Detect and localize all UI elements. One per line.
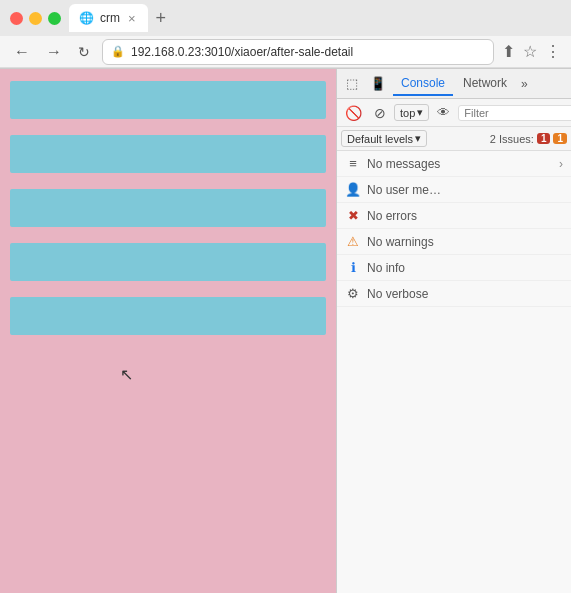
more-tabs-button[interactable]: »: [517, 73, 532, 95]
warning-icon: ⚠: [345, 234, 361, 249]
close-button[interactable]: [10, 12, 23, 25]
filter-input[interactable]: [458, 105, 571, 121]
blue-block-4: [10, 243, 326, 281]
inspect-element-button[interactable]: ⬚: [341, 73, 363, 94]
page-section-5: [0, 291, 336, 345]
error-icon: ✖: [345, 208, 361, 223]
new-tab-button[interactable]: +: [156, 8, 167, 29]
info-icon: ℹ: [345, 260, 361, 275]
log-levels-label: Default levels: [347, 133, 413, 145]
share-button[interactable]: ⬆: [502, 42, 515, 61]
tab-title: crm: [100, 11, 120, 25]
list-item[interactable]: ≡ No messages ›: [337, 151, 571, 177]
issues-label: 2 Issues:: [490, 133, 534, 145]
block-network-button[interactable]: ⊘: [370, 103, 390, 123]
page-section-4: [0, 237, 336, 291]
user-icon: 👤: [345, 182, 361, 197]
clear-console-button[interactable]: 🚫: [341, 103, 366, 123]
minimize-button[interactable]: [29, 12, 42, 25]
window-controls: [10, 12, 61, 25]
list-item[interactable]: ⚠ No warnings: [337, 229, 571, 255]
list-item[interactable]: ⚙ No verbose: [337, 281, 571, 307]
expand-messages-button[interactable]: ›: [559, 157, 563, 171]
blue-block-2: [10, 135, 326, 173]
no-info-text: No info: [367, 261, 563, 275]
page-section-3: [0, 183, 336, 237]
no-errors-text: No errors: [367, 209, 563, 223]
bookmark-button[interactable]: ☆: [523, 42, 537, 61]
tab-close-button[interactable]: ×: [126, 11, 138, 26]
address-bar[interactable]: 🔒 192.168.0.23:3010/xiaoer/after-sale-de…: [102, 39, 494, 65]
page-section-2: [0, 129, 336, 183]
no-warnings-text: No warnings: [367, 235, 563, 249]
messages-icon: ≡: [345, 156, 361, 171]
devtools-toolbar: 🚫 ⊘ top ▾ 👁: [337, 99, 571, 127]
tab-favicon: 🌐: [79, 11, 94, 25]
list-item[interactable]: ✖ No errors: [337, 203, 571, 229]
context-dropdown-chevron: ▾: [417, 106, 423, 119]
no-messages-text: No messages: [367, 157, 553, 171]
extensions-button[interactable]: ⋮: [545, 42, 561, 61]
forward-button[interactable]: →: [42, 41, 66, 63]
devtools-levels-bar: Default levels ▾ 2 Issues: 1 1: [337, 127, 571, 151]
blue-block-1: [10, 81, 326, 119]
verbose-icon: ⚙: [345, 286, 361, 301]
list-item[interactable]: ℹ No info: [337, 255, 571, 281]
blue-block-5: [10, 297, 326, 335]
warn-badge: 1: [553, 133, 567, 144]
page-content: ↖: [0, 69, 336, 593]
log-levels-chevron: ▾: [415, 132, 421, 145]
toggle-eye-button[interactable]: 👁: [433, 103, 454, 122]
no-user-messages-text: No user me…: [367, 183, 563, 197]
list-item[interactable]: 👤 No user me…: [337, 177, 571, 203]
network-tab[interactable]: Network: [455, 72, 515, 96]
back-button[interactable]: ←: [10, 41, 34, 63]
issues-badge: 2 Issues: 1 1: [490, 133, 567, 145]
maximize-button[interactable]: [48, 12, 61, 25]
error-badge: 1: [537, 133, 551, 144]
context-dropdown[interactable]: top ▾: [394, 104, 429, 121]
blue-block-3: [10, 189, 326, 227]
devtools-panel: ⬚ 📱 Console Network » 🚫 ⊘ top ▾ 👁 Defaul…: [336, 69, 571, 593]
device-toolbar-button[interactable]: 📱: [365, 73, 391, 94]
nav-bar: ← → ↻ 🔒 192.168.0.23:3010/xiaoer/after-s…: [0, 36, 571, 68]
devtools-messages: ≡ No messages › 👤 No user me… ✖ No error…: [337, 151, 571, 593]
page-section-1: [0, 69, 336, 129]
url-text: 192.168.0.23:3010/xiaoer/after-sale-deta…: [131, 45, 485, 59]
cursor: ↖: [120, 365, 336, 384]
context-dropdown-label: top: [400, 107, 415, 119]
log-levels-dropdown[interactable]: Default levels ▾: [341, 130, 427, 147]
title-bar: 🌐 crm × +: [0, 0, 571, 36]
lock-icon: 🔒: [111, 45, 125, 58]
console-tab[interactable]: Console: [393, 72, 453, 96]
no-verbose-text: No verbose: [367, 287, 563, 301]
reload-button[interactable]: ↻: [74, 42, 94, 62]
